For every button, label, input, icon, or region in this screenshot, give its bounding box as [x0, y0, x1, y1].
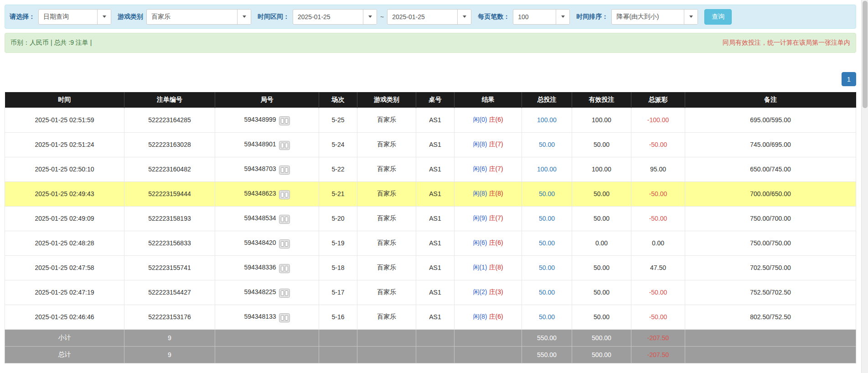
time-cell: 2025-01-25 02:49:09	[5, 206, 124, 231]
pagination-page-button[interactable]: 1	[842, 72, 856, 86]
chevron-down-icon	[556, 10, 569, 24]
cards-icon[interactable]	[279, 239, 290, 249]
result-cell: 闲(8)庄(8)	[455, 181, 522, 206]
bet-id-cell: 522223164285	[124, 108, 215, 132]
result-cell: 闲(1)庄(8)	[455, 255, 522, 280]
game-type-cell: 百家乐	[357, 255, 416, 280]
round-id-cell: 594348623	[215, 181, 319, 206]
remark-cell: 752.50/702.50	[685, 280, 856, 305]
footer-empty-cell	[319, 329, 357, 346]
page-size-input[interactable]: 100	[513, 9, 570, 25]
total-bet-link[interactable]: 50.00	[539, 141, 555, 148]
valid-bet-cell: 0.00	[572, 231, 631, 255]
date-range-group: 时间区间： 2025-01-25 ~ 2025-01-25	[258, 9, 471, 25]
footer-total-bet-cell: 550.00	[522, 329, 572, 346]
total-bet-link[interactable]: 50.00	[539, 313, 555, 321]
footer-payout-cell: -207.50	[631, 346, 685, 363]
table-no-cell: AS1	[416, 181, 455, 206]
valid-bet-cell: 50.00	[572, 132, 631, 157]
grand-total-row: 总计 9 550.00 500.00 -207.50	[5, 346, 856, 363]
result-banker: 庄(7)	[489, 214, 503, 222]
payout-cell: -100.00	[631, 108, 685, 132]
result-cell: 闲(8)庄(6)	[455, 305, 522, 329]
summary-text: 币别：人民币 | 总共 :9 注单 |	[10, 39, 92, 47]
filter-bar: 请选择： 日期查询 游戏类别 百家乐 时间区间： 2025-01-25	[5, 5, 856, 29]
cards-icon[interactable]	[279, 141, 290, 150]
time-sort-group: 时间排序： 降幂(由大到小)	[576, 9, 698, 25]
round-id: 594348999	[244, 116, 276, 123]
payout-cell: -50.00	[631, 206, 685, 231]
date-from-input[interactable]: 2025-01-25	[293, 9, 377, 25]
result-player: 闲(0)	[473, 116, 487, 123]
payout-cell: -50.00	[631, 132, 685, 157]
result-cell: 闲(9)庄(7)	[455, 206, 522, 231]
round-id: 594348703	[244, 165, 276, 172]
cards-icon[interactable]	[279, 215, 290, 224]
footer-empty-cell	[215, 329, 319, 346]
result-cell: 闲(6)庄(7)	[455, 157, 522, 181]
scrollbar-thumb[interactable]	[863, 1, 868, 108]
result-player: 闲(6)	[473, 239, 487, 246]
table-row: 2025-01-25 02:49:43 522223159444 5943486…	[5, 181, 856, 206]
result-banker: 庄(3)	[489, 288, 503, 295]
time-sort-label: 时间排序：	[576, 13, 608, 21]
session-cell: 5-21	[319, 181, 357, 206]
result-player: 闲(6)	[473, 165, 487, 172]
cards-icon[interactable]	[279, 190, 290, 199]
cards-icon[interactable]	[279, 264, 290, 273]
bet-id-cell: 522223160482	[124, 157, 215, 181]
session-cell: 5-17	[319, 280, 357, 305]
round-id-cell: 594348703	[215, 157, 319, 181]
game-type-group: 游戏类别 百家乐	[118, 9, 251, 25]
total-bet-link[interactable]: 100.00	[537, 116, 557, 124]
bet-id-cell: 522223154427	[124, 280, 215, 305]
cards-icon[interactable]	[279, 313, 290, 322]
game-type-cell: 百家乐	[357, 132, 416, 157]
bet-records-table: 时间注单编号局号场次游戏类别桌号结果总投注有效投注总派彩备注 2025-01-2…	[5, 92, 856, 363]
remark-cell: 700.00/650.00	[685, 181, 856, 206]
footer-count-cell: 9	[124, 346, 215, 363]
valid-bet-cell: 100.00	[572, 157, 631, 181]
time-sort-value: 降幂(由大到小)	[612, 10, 684, 24]
game-type-select[interactable]: 百家乐	[146, 9, 251, 25]
footer-label-cell: 小计	[5, 329, 124, 346]
remark-cell: 745.00/695.00	[685, 132, 856, 157]
session-cell: 5-16	[319, 305, 357, 329]
chevron-down-icon	[97, 10, 111, 24]
result-banker: 庄(8)	[489, 264, 503, 271]
total-bet-cell: 50.00	[522, 231, 572, 255]
round-id: 594348901	[244, 140, 276, 148]
result-cell: 闲(2)庄(3)	[455, 280, 522, 305]
table-row: 2025-01-25 02:50:10 522223160482 5943487…	[5, 157, 856, 181]
total-bet-link[interactable]: 50.00	[539, 239, 555, 247]
time-cell: 2025-01-25 02:51:59	[5, 108, 124, 132]
query-type-select[interactable]: 日期查询	[38, 9, 111, 25]
payout-cell: -50.00	[631, 305, 685, 329]
time-sort-select[interactable]: 降幂(由大到小)	[611, 9, 698, 25]
payout-cell: -50.00	[631, 280, 685, 305]
time-cell: 2025-01-25 02:50:10	[5, 157, 124, 181]
date-to-input[interactable]: 2025-01-25	[387, 9, 471, 25]
table-body: 2025-01-25 02:51:59 522223164285 5943489…	[5, 108, 856, 329]
column-header: 时间	[5, 92, 124, 108]
column-header: 结果	[455, 92, 522, 108]
table-row: 2025-01-25 02:48:28 522223156833 5943484…	[5, 231, 856, 255]
page-size-group: 每页笔数： 100	[478, 9, 570, 25]
cards-icon[interactable]	[279, 166, 290, 175]
game-type-cell: 百家乐	[357, 231, 416, 255]
page: 请选择： 日期查询 游戏类别 百家乐 时间区间： 2025-01-25	[0, 0, 868, 373]
total-bet-link[interactable]: 50.00	[539, 264, 555, 271]
table-no-cell: AS1	[416, 280, 455, 305]
chevron-down-icon	[457, 10, 471, 24]
result-banker: 庄(7)	[489, 165, 503, 172]
total-bet-link[interactable]: 100.00	[537, 166, 557, 173]
query-button[interactable]: 查询	[704, 9, 732, 25]
total-bet-link[interactable]: 50.00	[539, 190, 555, 197]
total-bet-link[interactable]: 50.00	[539, 215, 555, 222]
cards-icon[interactable]	[279, 289, 290, 298]
result-cell: 闲(0)庄(6)	[455, 108, 522, 132]
total-bet-link[interactable]: 50.00	[539, 289, 555, 296]
footer-valid-bet-cell: 500.00	[572, 346, 631, 363]
cards-icon[interactable]	[279, 116, 290, 125]
vertical-scrollbar[interactable]	[861, 0, 868, 373]
